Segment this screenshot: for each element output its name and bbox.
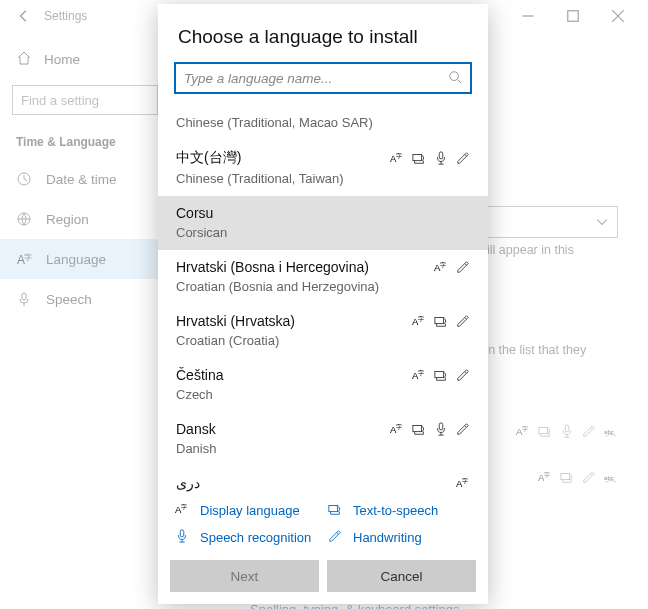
language-native-name: درى — [176, 475, 200, 491]
handwriting-icon — [456, 422, 470, 436]
handwriting-icon — [327, 529, 343, 546]
install-language-dialog: Choose a language to install Chinese (Tr… — [158, 4, 488, 604]
language-item[interactable]: ČeštinaCzech — [158, 358, 488, 412]
handwriting-icon — [456, 368, 470, 382]
language-native-name: Hrvatski (Hrvatska) — [176, 313, 295, 329]
tts-icon — [412, 151, 426, 165]
language-features — [390, 151, 470, 165]
legend-tts: Text-to-speech — [327, 502, 472, 519]
language-english-name: Croatian (Croatia) — [176, 333, 470, 348]
language-native-name: 中文(台灣) — [176, 149, 241, 167]
language-english-name: Chinese (Traditional, Macao SAR) — [176, 115, 470, 130]
speech-icon — [434, 422, 448, 436]
language-features — [456, 476, 470, 490]
feature-legend: Display language Text-to-speech Speech r… — [158, 492, 488, 554]
legend-display: Display language — [174, 502, 319, 519]
language-english-name: Danish — [176, 441, 470, 456]
tts-icon — [434, 368, 448, 382]
language-item[interactable]: 中文(台灣)Chinese (Traditional, Taiwan) — [158, 140, 488, 196]
handwriting-icon — [456, 260, 470, 274]
language-english-name: Czech — [176, 387, 470, 402]
text-to-speech-icon — [327, 502, 343, 519]
language-item[interactable]: درى — [158, 466, 488, 492]
language-english-name: Corsican — [176, 225, 470, 240]
legend-handwriting: Handwriting — [327, 529, 472, 546]
language-features — [412, 368, 470, 382]
dialog-title: Choose a language to install — [158, 4, 488, 62]
dialog-buttons: Next Cancel — [158, 554, 488, 604]
language-list[interactable]: Chinese (Traditional, Macao SAR)中文(台灣)Ch… — [158, 104, 488, 492]
language-features — [434, 260, 470, 274]
language-features — [390, 422, 470, 436]
display-icon — [412, 314, 426, 328]
search-icon — [448, 70, 462, 87]
next-button[interactable]: Next — [170, 560, 319, 592]
language-item[interactable]: Chinese (Traditional, Macao SAR) — [158, 104, 488, 140]
language-search-field[interactable] — [174, 62, 472, 94]
handwriting-icon — [456, 314, 470, 328]
language-item[interactable]: CorsuCorsican — [158, 196, 488, 250]
display-icon — [412, 368, 426, 382]
language-english-name: Croatian (Bosnia and Herzegovina) — [176, 279, 470, 294]
language-english-name: Chinese (Traditional, Taiwan) — [176, 171, 470, 186]
cancel-button[interactable]: Cancel — [327, 560, 476, 592]
speech-icon — [434, 151, 448, 165]
display-icon — [456, 476, 470, 490]
language-native-name: Corsu — [176, 205, 213, 221]
tts-icon — [412, 422, 426, 436]
language-native-name: Dansk — [176, 421, 216, 437]
display-icon — [390, 422, 404, 436]
display-icon — [434, 260, 448, 274]
legend-speech: Speech recognition — [174, 529, 319, 546]
display-icon — [390, 151, 404, 165]
language-native-name: Čeština — [176, 367, 223, 383]
language-native-name: Hrvatski (Bosna i Hercegovina) — [176, 259, 369, 275]
display-language-icon — [174, 502, 190, 519]
language-search-input[interactable] — [184, 71, 448, 86]
handwriting-icon — [456, 151, 470, 165]
language-item[interactable]: Hrvatski (Bosna i Hercegovina)Croatian (… — [158, 250, 488, 304]
tts-icon — [434, 314, 448, 328]
language-features — [412, 314, 470, 328]
speech-recognition-icon — [174, 529, 190, 546]
language-item[interactable]: Hrvatski (Hrvatska)Croatian (Croatia) — [158, 304, 488, 358]
language-item[interactable]: DanskDanish — [158, 412, 488, 466]
